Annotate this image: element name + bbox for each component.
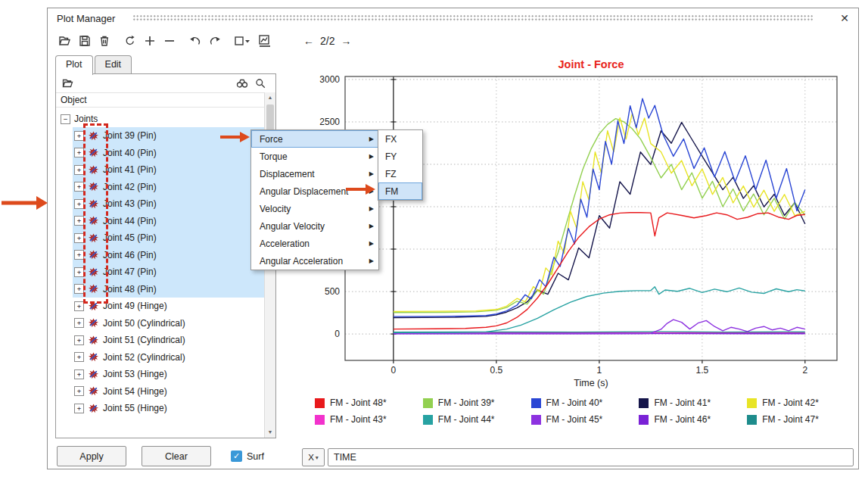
tree-item[interactable]: +Joint 55 (Hinge) [73,400,264,417]
tree-item[interactable]: +Joint 46 (Pin) [73,247,264,264]
menu-item[interactable]: Angular Displacement▶ [251,182,378,200]
joint-icon [88,199,99,209]
expand-toggle-icon[interactable]: + [74,216,84,226]
svg-text:3000: 3000 [319,74,340,85]
svg-text:0.5: 0.5 [490,365,503,376]
expand-toggle-icon[interactable]: + [74,335,84,345]
joint-icon [88,301,99,311]
menu-item[interactable]: Displacement▶ [251,165,378,182]
svg-text:1.5: 1.5 [696,365,709,376]
expand-toggle-icon[interactable]: + [74,267,84,277]
tree-item[interactable]: +Joint 51 (Cylindrical) [73,332,264,349]
collapse-toggle-icon[interactable]: − [61,114,70,124]
menu-item[interactable]: Velocity▶ [251,200,378,217]
legend-swatch [639,415,649,425]
titlebar: Plot Manager ✕ [48,8,858,28]
tree-item[interactable]: +Joint 44 (Pin) [73,213,264,230]
clear-button[interactable]: Clear [142,446,211,466]
joint-icon [88,216,99,226]
legend-swatch [747,398,757,408]
menu-item[interactable]: FM [378,182,422,200]
tree-item[interactable]: +Joint 39 (Pin) [73,127,264,145]
redo-icon[interactable] [207,33,223,49]
menu-item[interactable]: FY [378,148,422,165]
tree-item[interactable]: +Joint 42 (Pin) [73,179,264,196]
remove-icon[interactable] [161,33,178,49]
menu-item[interactable]: Angular Acceleration▶ [251,252,378,270]
x-axis-dropdown[interactable]: X ▾ [302,448,325,466]
tree-item[interactable]: +Joint 47 (Pin) [73,263,264,281]
tree-item[interactable]: +Joint 43 (Pin) [73,195,264,213]
submenu-arrow-icon: ▶ [369,188,374,195]
expand-toggle-icon[interactable]: + [74,369,84,379]
expand-toggle-icon[interactable]: + [74,199,84,209]
submenu-arrow-icon: ▶ [369,240,374,247]
expand-toggle-icon[interactable]: + [74,301,84,311]
delete-icon[interactable] [96,33,113,49]
legend-item: FM - Joint 48* [315,398,423,408]
submenu-arrow-icon: ▶ [369,257,374,264]
expand-toggle-icon[interactable]: + [74,182,84,192]
refresh-icon[interactable] [122,33,138,49]
tree-item[interactable]: +Joint 52 (Cylindrical) [73,349,264,366]
expand-toggle-icon[interactable]: + [74,386,84,396]
apply-button[interactable]: Apply [57,446,126,466]
expand-toggle-icon[interactable]: + [74,233,84,243]
scroll-up-icon[interactable]: ▲ [265,92,275,103]
tab-edit[interactable]: Edit [95,55,132,73]
expand-toggle-icon[interactable]: + [74,250,84,260]
joint-icon [88,233,99,243]
menu-item[interactable]: Torque▶ [251,148,378,165]
scroll-down-icon[interactable]: ▼ [265,427,275,438]
context-menu: Force▶Torque▶Displacement▶Angular Displa… [250,129,379,270]
expand-toggle-icon[interactable]: + [74,284,84,294]
tree-item[interactable]: +Joint 40 (Pin) [73,145,264,162]
tree-item[interactable]: +Joint 41 (Pin) [73,161,264,179]
tree-item[interactable]: +Joint 54 (Hinge) [73,383,264,401]
svg-text:2500: 2500 [319,117,340,127]
chevron-down-icon: ▾ [316,454,319,461]
tree-item[interactable]: +Joint 53 (Hinge) [73,366,264,383]
undo-icon[interactable] [187,33,204,49]
object-tree: − Joints +Joint 39 (Pin)+Joint 40 (Pin)+… [56,106,264,438]
tree-item[interactable]: +Joint 45 (Pin) [73,229,264,247]
export-plot-icon[interactable] [257,33,273,49]
binoculars-icon[interactable] [235,76,250,91]
expand-toggle-icon[interactable]: + [74,352,84,362]
expand-toggle-icon[interactable]: + [74,404,84,413]
menu-item[interactable]: FX [378,130,422,148]
legend-item: FM - Joint 41* [639,398,747,408]
folder-icon[interactable] [61,76,76,91]
expand-toggle-icon[interactable]: + [74,131,84,141]
open-icon[interactable] [57,33,73,49]
legend-item: FM - Joint 42* [747,398,855,408]
surf-checkbox[interactable]: ✓ [231,450,242,462]
joint-icon [88,148,99,157]
menu-item[interactable]: Force▶ [251,130,378,148]
submenu-arrow-icon: ▶ [369,205,374,212]
submenu-arrow-icon: ▶ [369,170,374,177]
tree-column-header: Object [56,92,264,108]
prev-page-button[interactable]: ← [303,35,314,47]
tree-item-joints[interactable]: − Joints [56,111,264,127]
tree-item[interactable]: +Joint 48 (Pin) [73,281,264,298]
menu-item[interactable]: FZ [378,165,422,182]
x-axis-value-input[interactable]: TIME [328,448,854,466]
tab-plot[interactable]: Plot [55,55,93,75]
magnifier-icon[interactable] [253,76,268,91]
tree-item[interactable]: +Joint 50 (Cylindrical) [73,315,264,332]
next-page-button[interactable]: → [341,35,351,47]
expand-toggle-icon[interactable]: + [74,148,84,157]
shape-dropdown-icon[interactable] [232,33,254,49]
expand-toggle-icon[interactable]: + [74,165,84,175]
expand-toggle-icon[interactable]: + [74,318,84,328]
save-icon[interactable] [76,33,93,49]
menu-item[interactable]: Angular Velocity▶ [251,217,378,235]
close-icon[interactable]: ✕ [840,12,849,24]
add-icon[interactable] [142,33,158,49]
legend-item: FM - Joint 43* [315,414,423,425]
x-axis-bar: X ▾ TIME [302,448,854,466]
legend-swatch [423,398,433,408]
tree-item[interactable]: +Joint 49 (Hinge) [73,298,264,315]
menu-item[interactable]: Acceleration▶ [251,235,378,252]
